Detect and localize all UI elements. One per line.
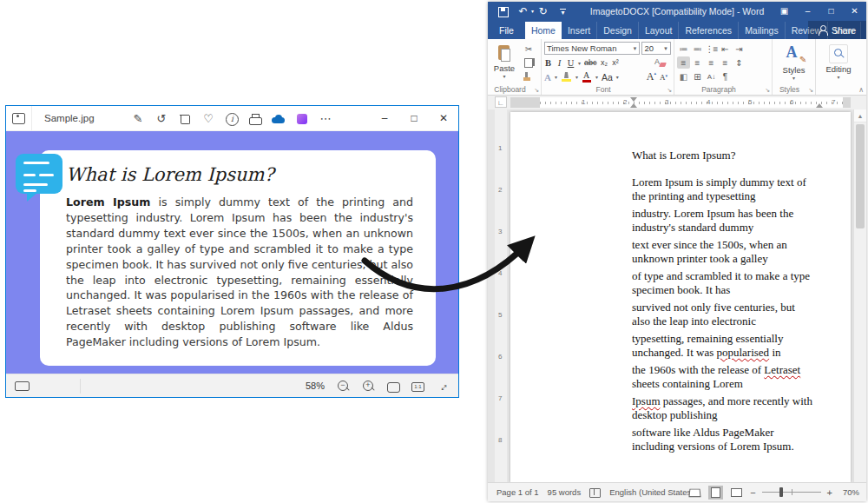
word-count[interactable]: 95 words (548, 487, 582, 497)
actual-size-icon[interactable]: 1:1 (411, 382, 424, 392)
copy-icon[interactable] (523, 57, 535, 68)
rotate-icon[interactable]: ↺ (154, 112, 169, 126)
justify-icon[interactable] (719, 56, 732, 69)
misspelled-word: Letraset (764, 363, 800, 376)
page-count[interactable]: Page 1 of 1 (496, 487, 539, 497)
edit-image-icon[interactable]: ✎ (130, 112, 146, 126)
format-painter-icon[interactable] (523, 70, 535, 81)
shrink-font-button[interactable]: A (660, 73, 667, 82)
styles-icon[interactable] (784, 43, 805, 64)
highlight-color-icon[interactable] (561, 71, 572, 83)
zoom-slider-thumb[interactable] (779, 487, 783, 497)
bullets-icon[interactable] (677, 43, 690, 55)
word-qat: ↶↻▾ (496, 5, 569, 18)
font-dialog-launcher[interactable]: ↘ (667, 87, 672, 94)
minimize-icon[interactable]: – (796, 2, 819, 21)
font-color-icon[interactable] (582, 71, 592, 83)
tab-layout[interactable]: Layout (639, 22, 680, 39)
share-button[interactable]: Share (808, 21, 866, 39)
fit-to-window-icon[interactable] (386, 380, 400, 393)
vertical-scrollbar[interactable]: ▲ (853, 109, 866, 482)
text-effects-icon[interactable]: A (544, 72, 551, 83)
filmstrip-icon[interactable] (15, 381, 30, 391)
save-icon[interactable] (496, 5, 510, 18)
zoom-out-icon[interactable] (336, 380, 350, 393)
line-spacing-icon[interactable] (733, 56, 746, 69)
proofing-status-icon[interactable] (589, 488, 601, 497)
close-icon[interactable]: ✕ (429, 106, 458, 131)
web-layout-button[interactable] (729, 486, 744, 500)
redo-icon[interactable]: ↻ (536, 5, 549, 18)
collapse-ribbon-icon[interactable]: ∧ (858, 86, 864, 94)
favorite-icon[interactable]: ♡ (201, 112, 216, 126)
change-case-button[interactable]: Aa (602, 72, 613, 83)
font-name-combo[interactable]: Times New Roman▼ (544, 42, 640, 55)
subscript-button[interactable]: x₂ (601, 58, 608, 67)
zoom-out-button[interactable]: − (750, 487, 755, 498)
numbering-icon[interactable] (691, 43, 704, 55)
right-indent-marker[interactable] (816, 103, 823, 108)
tab-selector-button[interactable]: ∟ (495, 96, 507, 108)
language-status[interactable]: English (United States) (609, 487, 694, 497)
bold-button[interactable]: B (544, 58, 552, 68)
print-icon[interactable] (247, 112, 263, 126)
underline-dropdown-arrow[interactable]: ▾ (578, 60, 581, 66)
first-line-indent-marker[interactable] (630, 97, 637, 102)
zoom-in-button[interactable]: + (827, 487, 832, 498)
delete-icon[interactable] (177, 112, 193, 126)
undo-icon[interactable]: ↶ (516, 5, 529, 18)
zoom-in-icon[interactable] (361, 380, 375, 393)
more-icon[interactable]: ⋯ (318, 112, 333, 126)
tab-mailings[interactable]: Mailings (739, 22, 786, 39)
paste-button[interactable]: Paste ▾ (490, 42, 518, 83)
cut-icon[interactable]: ✂ (523, 44, 535, 55)
increase-indent-icon[interactable] (733, 43, 746, 55)
tab-insert[interactable]: Insert (562, 22, 597, 39)
info-icon[interactable] (224, 112, 240, 126)
fullscreen-icon[interactable]: ↔ (433, 376, 452, 395)
zoom-slider[interactable] (762, 492, 821, 493)
maximize-icon[interactable]: □ (819, 2, 843, 21)
minimize-icon[interactable]: – (370, 106, 399, 131)
show-paragraph-marks-icon[interactable] (719, 70, 732, 83)
document-page[interactable]: What is Lorem Ipsum? Lorem Ipsum is simp… (510, 112, 851, 482)
read-mode-button[interactable] (687, 486, 702, 500)
print-layout-button[interactable] (708, 486, 723, 500)
editing-label[interactable]: Editing (825, 64, 851, 74)
tab-design[interactable]: Design (597, 22, 639, 39)
styles-label[interactable]: Styles (783, 65, 806, 75)
customize-quick-access-icon[interactable]: ▾ (556, 5, 569, 18)
paragraph-dialog-launcher[interactable]: ↘ (765, 87, 770, 94)
grow-font-button[interactable]: A (647, 70, 656, 83)
editing-icon[interactable] (829, 44, 848, 63)
align-right-icon[interactable] (705, 56, 718, 69)
font-size-combo[interactable]: 20▼ (641, 42, 671, 55)
italic-button[interactable]: I (556, 58, 563, 68)
word-ribbon-tabs: File HomeInsertDesignLayoutReferencesMai… (488, 21, 866, 39)
hanging-indent-marker[interactable] (630, 103, 637, 108)
scrollbar-thumb[interactable] (856, 124, 865, 228)
multilevel-list-icon[interactable] (705, 43, 718, 55)
tab-references[interactable]: References (679, 22, 739, 39)
shading-icon[interactable] (677, 70, 690, 83)
scroll-up-arrow[interactable]: ▲ (854, 109, 866, 122)
superscript-button[interactable]: x² (612, 58, 620, 67)
maximize-icon[interactable]: □ (399, 106, 429, 131)
clipboard-dialog-launcher[interactable]: ↘ (534, 87, 539, 94)
clipchamp-icon[interactable] (294, 112, 310, 126)
ribbon-display-options-icon[interactable]: ▣ (773, 2, 796, 21)
doc-text-run: the printing and typesetting (632, 189, 756, 202)
align-center-icon[interactable] (691, 56, 704, 69)
zoom-percent[interactable]: 70% (838, 487, 859, 497)
onedrive-icon[interactable] (271, 112, 286, 126)
sort-icon[interactable] (705, 70, 718, 83)
decrease-indent-icon[interactable] (719, 43, 732, 55)
align-left-icon[interactable] (677, 56, 690, 69)
underline-button[interactable]: U (567, 58, 575, 68)
clear-formatting-icon[interactable] (654, 57, 666, 68)
tab-home[interactable]: Home (525, 22, 562, 39)
tab-file[interactable]: File (488, 22, 525, 39)
styles-dialog-launcher[interactable]: ↘ (808, 87, 813, 94)
borders-icon[interactable] (691, 70, 704, 83)
strikethrough-button[interactable]: abc (584, 58, 597, 67)
